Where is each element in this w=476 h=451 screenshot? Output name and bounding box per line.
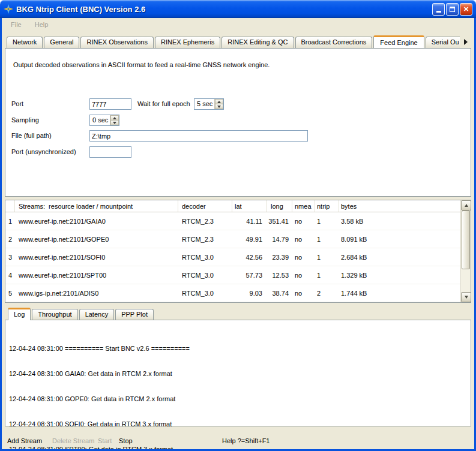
tab-rinex-ephemeris[interactable]: RINEX Ephemeris xyxy=(155,37,220,48)
cell-long: 14.79 xyxy=(267,236,292,243)
row-number: 2 xyxy=(5,236,15,243)
window-frame: File Help Network General RINEX Observat… xyxy=(0,18,476,451)
cell-nmea: no xyxy=(292,290,315,297)
log-line: 12-04-24 08:31:00 SOFI0: Get data in RTC… xyxy=(9,420,468,428)
table-row[interactable]: 5 www.igs-ip.net:2101/ADIS0 RTCM_3.0 9.0… xyxy=(5,284,460,302)
arrow-up-icon xyxy=(217,101,221,103)
tab-rinex-observations[interactable]: RINEX Observations xyxy=(80,37,153,48)
cell-mountpoint: www.euref-ip.net:2101/GAIA0 xyxy=(15,218,178,225)
row-number: 3 xyxy=(5,254,15,261)
streams-table-panel: Streams: resource loader / mountpoint de… xyxy=(5,200,471,303)
spin-down-button[interactable] xyxy=(215,104,223,109)
start-button[interactable]: Start xyxy=(98,437,112,444)
chevron-right-icon xyxy=(464,39,468,45)
tab-ppp-plot[interactable]: PPP Plot xyxy=(115,309,154,320)
feed-engine-description: Output decoded observations in ASCII for… xyxy=(13,61,270,68)
tab-latency[interactable]: Latency xyxy=(79,309,115,320)
sampling-spinner[interactable]: 0 sec xyxy=(89,115,119,126)
cell-long: 38.74 xyxy=(267,290,292,297)
stop-button[interactable]: Stop xyxy=(119,437,133,444)
log-line: 12-04-24 08:31:00 GAIA0: Get data in RTC… xyxy=(9,369,468,378)
cell-mountpoint: www.euref-ip.net:2101/SOFI0 xyxy=(15,254,178,261)
add-stream-button[interactable]: Add Stream xyxy=(7,437,42,444)
tab-throughput[interactable]: Throughput xyxy=(32,309,77,320)
bottom-action-bar: Add Stream Delete Stream Start Stop Help… xyxy=(7,437,469,447)
tab-broadcast-corrections[interactable]: Broadcast Corrections xyxy=(295,37,373,48)
tab-log[interactable]: Log xyxy=(8,308,31,320)
cell-long: 12.53 xyxy=(267,272,292,279)
delete-stream-button[interactable]: Delete Stream xyxy=(52,437,94,444)
table-row[interactable]: 2 www.euref-ip.net:2101/GOPE0 RTCM_2.3 4… xyxy=(5,230,460,248)
tab-feed-engine[interactable]: Feed Engine xyxy=(373,35,424,48)
cell-long: 351.41 xyxy=(267,218,292,225)
scrollbar-thumb[interactable] xyxy=(462,211,470,269)
cell-bytes: 3.58 kB xyxy=(339,218,460,225)
tab-serial-output[interactable]: Serial Ou xyxy=(426,37,460,48)
table-row[interactable]: 4 www.euref-ip.net:2101/SPT00 RTCM_3.0 5… xyxy=(5,266,460,284)
close-button[interactable]: ✕ xyxy=(460,3,472,16)
cell-nmea: no xyxy=(292,236,315,243)
table-row[interactable]: 3 www.euref-ip.net:2101/SOFI0 RTCM_3.0 4… xyxy=(5,248,460,266)
cell-nmea: no xyxy=(292,254,315,261)
port-unsynchronized-input[interactable] xyxy=(89,146,131,158)
cell-mountpoint: www.euref-ip.net:2101/SPT00 xyxy=(15,272,178,279)
tab-scroll-right-button[interactable] xyxy=(461,37,471,47)
cell-lat: 42.56 xyxy=(232,254,267,261)
minimize-button[interactable] xyxy=(432,3,445,16)
file-full-path-label: File (full path) xyxy=(11,132,52,139)
port-label: Port xyxy=(11,100,23,107)
cell-decoder: RTCM_3.0 xyxy=(178,272,232,279)
row-number: 4 xyxy=(5,272,15,279)
log-line: 12-04-24 08:31:00 GOPE0: Get data in RTC… xyxy=(9,395,468,403)
cell-bytes: 2.684 kB xyxy=(339,254,460,261)
arrow-up-icon xyxy=(465,204,468,207)
row-number: 5 xyxy=(5,290,15,297)
row-number: 1 xyxy=(5,218,15,225)
maximize-button[interactable] xyxy=(446,3,459,16)
spin-down-button[interactable] xyxy=(110,120,119,125)
close-icon: ✕ xyxy=(463,6,469,13)
tab-network[interactable]: Network xyxy=(7,37,43,48)
file-full-path-input[interactable] xyxy=(89,130,308,142)
cell-ntrip: 1 xyxy=(315,272,339,279)
top-tab-bar: Network General RINEX Observations RINEX… xyxy=(7,35,460,48)
title-bar[interactable]: BKG Ntrip Client (BNC) Version 2.6 ✕ xyxy=(0,0,476,18)
bottom-tab-bar: Log Throughput Latency PPP Plot xyxy=(8,307,155,320)
tab-rinex-editing-qc[interactable]: RINEX Editing & QC xyxy=(221,37,294,48)
cell-bytes: 1.744 kB xyxy=(339,290,460,297)
minimize-icon xyxy=(436,11,441,13)
wait-value: 5 sec xyxy=(194,99,214,109)
table-row[interactable]: 1 www.euref-ip.net:2101/GAIA0 RTCM_2.3 4… xyxy=(5,212,460,230)
log-line: 12-04-24 08:31:00 ========== Start BNC v… xyxy=(9,344,468,353)
arrow-down-icon xyxy=(217,106,221,108)
wait-for-full-epoch-label: Wait for full epoch xyxy=(137,100,190,107)
arrow-down-icon xyxy=(113,122,116,124)
menu-file[interactable]: File xyxy=(7,20,25,29)
header-nmea: nmea xyxy=(292,200,315,212)
window-title: BKG Ntrip Client (BNC) Version 2.6 xyxy=(16,5,431,14)
header-lat: lat xyxy=(232,200,267,212)
cell-nmea: no xyxy=(292,272,315,279)
cell-decoder: RTCM_2.3 xyxy=(178,236,232,243)
cell-long: 23.39 xyxy=(267,254,292,261)
header-row-number xyxy=(5,200,15,212)
cell-lat: 41.11 xyxy=(232,218,267,225)
spin-up-button[interactable] xyxy=(215,99,223,104)
menu-bar: File Help xyxy=(2,18,474,31)
menu-help[interactable]: Help xyxy=(31,20,52,29)
arrow-down-icon xyxy=(465,296,468,299)
spin-buttons xyxy=(214,99,223,109)
streams-vertical-scrollbar[interactable] xyxy=(460,200,471,302)
wait-for-full-epoch-spinner[interactable]: 5 sec xyxy=(194,98,224,110)
header-mountpoint: Streams: resource loader / mountpoint xyxy=(15,200,178,212)
tab-general[interactable]: General xyxy=(44,37,79,48)
header-ntrip: ntrip xyxy=(315,200,339,212)
cell-lat: 49.91 xyxy=(232,236,267,243)
cell-decoder: RTCM_2.3 xyxy=(178,218,232,225)
port-input[interactable] xyxy=(89,98,131,110)
log-output: 12-04-24 08:31:00 ========== Start BNC v… xyxy=(5,320,471,449)
spin-up-button[interactable] xyxy=(110,115,119,120)
sampling-label: Sampling xyxy=(11,116,39,124)
scroll-up-button[interactable] xyxy=(461,200,471,211)
scroll-down-button[interactable] xyxy=(461,292,471,302)
